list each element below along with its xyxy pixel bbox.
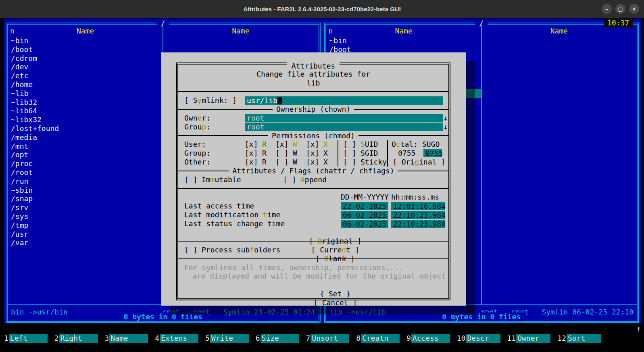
sgid-label: SGID [361,149,378,158]
user-read-checkbox[interactable]: [x] [245,140,258,149]
function-key[interactable]: 8 Creatn [356,334,400,343]
file-item[interactable]: /opt [10,150,162,159]
titlebar[interactable]: Attributes - FAR2L 2.6.4-2025-02-23-cd70… [0,0,644,18]
function-key-label: Access [411,334,450,343]
right-column-header-1[interactable]: Name [326,27,481,35]
file-item[interactable]: /var [10,238,162,247]
file-item[interactable]: ~lib32 [10,98,162,107]
original-permissions-button[interactable]: [ Original ] [393,158,445,167]
left-column-header-2[interactable]: Name [163,27,318,35]
group-write-checkbox[interactable]: [ ] [275,149,289,158]
user-write-checkbox[interactable]: [x] [275,140,289,149]
other-read-letter: R [262,158,267,167]
function-key-number: 10 [457,334,466,343]
function-key[interactable]: 1 Left [4,334,48,343]
modification-time-row: Last modification time 06-02-2025 22:10:… [178,210,448,219]
status-change-time-field[interactable]: 22:10:23.984 [391,220,445,228]
close-button[interactable]: ✕ [629,4,639,14]
suid-checkbox[interactable]: [ ] [343,140,356,149]
window-controls: – ▢ ✕ [602,4,639,14]
function-key-label: Size [261,334,299,343]
function-key[interactable]: 2 Right [54,334,98,343]
right-column-header-2[interactable]: Name [481,27,637,35]
permissions-divider-1 [338,140,338,166]
function-key[interactable]: 11 Owner [507,334,551,343]
file-item[interactable]: /root [10,168,162,177]
dialog-bottom-padding [178,290,448,298]
user-read-letter: R [262,140,267,149]
file-item[interactable]: /lost+found [10,124,162,133]
function-key[interactable]: 12 Sort [557,334,601,343]
file-item[interactable]: /home [10,80,162,89]
immutable-checkbox[interactable]: [ ] [184,175,198,184]
file-item[interactable]: /boot [10,45,162,54]
left-column-header-1[interactable]: Name [8,27,163,35]
owner-row: Owner: root ↓ [178,114,448,123]
access-time-field[interactable]: 12:02:16.984 [391,202,445,210]
access-date-field[interactable]: 22-02-2025 [341,202,388,210]
file-item[interactable]: ~bin [10,36,162,45]
function-key[interactable]: 6 Size [256,334,299,343]
file-item[interactable]: ~libx32 [10,115,162,124]
file-item[interactable]: /sys [10,212,162,221]
file-item[interactable]: /srv [10,203,162,212]
function-key[interactable]: 10 Descr [457,334,500,343]
symlink-input[interactable]: usr/lib [245,96,443,105]
group-exec-checkbox[interactable]: [x] [306,149,319,158]
sgid-checkbox[interactable]: [ ] [343,149,356,158]
dialog-filename: lib [178,79,448,87]
file-item[interactable]: /usr [10,230,162,239]
function-key-number: 12 [557,334,567,343]
append-checkbox[interactable]: [ ] [283,175,296,184]
file-item[interactable]: ~lib64 [10,106,162,115]
maximize-button[interactable]: ▢ [615,4,625,14]
group-input[interactable]: root [245,123,443,131]
function-key[interactable]: 7 Unsort [306,334,350,343]
file-item[interactable]: /etc [10,71,162,80]
file-item[interactable]: /proc [10,159,162,168]
file-item[interactable]: ~bin [329,36,481,45]
process-subfolders-checkbox[interactable]: [ ] [184,246,198,254]
user-exec-checkbox[interactable]: [x] [306,140,319,149]
file-item[interactable]: /run [10,177,162,186]
function-key[interactable]: 4 Extens [155,334,198,343]
file-item[interactable]: /cdrom [10,54,162,63]
dialog-subtitle: Change file attributes for [178,70,448,79]
other-write-checkbox[interactable]: [ ] [275,158,289,167]
history-up-icon[interactable]: ↑ [636,324,641,333]
function-key-number: 7 [306,334,311,343]
file-item[interactable]: /dev [10,62,162,71]
function-key[interactable]: 3 Name [105,334,148,343]
group-exec-letter: X [323,149,328,158]
user-exec-letter: X [323,140,328,149]
file-item[interactable]: ~lib [10,89,162,98]
owner-history-icon[interactable]: ↓ [443,114,448,123]
function-key[interactable]: 5 Write [205,334,249,343]
time-format-header: hh:mm:ss.ms [391,193,439,202]
file-item[interactable]: /mnt [10,142,162,151]
modification-date-field[interactable]: 06-02-2025 [341,211,388,219]
group-read-checkbox[interactable]: [x] [245,149,258,158]
modification-time-field[interactable]: 22:10:23.984 [391,211,445,219]
user-permissions-row: User: [x] R [x] W [x] X [ ] SUID Octal: … [178,140,448,149]
minimize-button[interactable]: – [602,4,612,14]
function-key[interactable]: 9 Access [406,334,450,343]
left-status-file: bin ->usr/bin [11,308,68,317]
sticky-checkbox[interactable]: [ ] [343,158,356,167]
other-read-checkbox[interactable]: [x] [245,158,258,167]
group-history-icon[interactable]: ↓ [443,123,448,131]
permissions-block: User: [x] R [x] W [x] X [ ] SUID Octal: … [178,140,448,166]
cancel-button[interactable]: [ Cancel ] [313,298,357,307]
octal-input[interactable]: 0755 [423,149,442,157]
flags-row: [ ] Immutable [ ] Append [178,175,448,184]
group-perm-label: Group: [184,149,210,158]
separator [178,184,448,193]
file-item[interactable]: ~sbin [10,186,162,195]
access-time-row: Last access time 22-02-2025 12:02:16.984 [178,202,448,210]
file-item[interactable]: /snap [10,194,162,203]
other-exec-checkbox[interactable]: [x] [306,158,319,167]
file-item[interactable]: /media [10,133,162,142]
status-change-date-field[interactable]: 06-02-2025 [341,220,388,228]
owner-input[interactable]: root [245,114,443,122]
file-item[interactable]: /tmp [10,221,162,230]
